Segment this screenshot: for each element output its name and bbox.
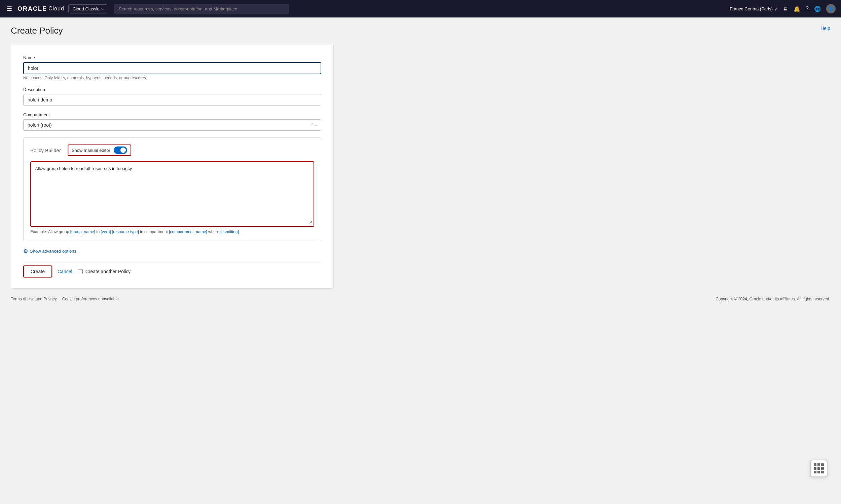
cloud-text: Cloud [49, 6, 64, 12]
grid-dot-9 [821, 471, 824, 473]
grid-dot-6 [821, 467, 824, 470]
compartment-select-wrapper: holori (root) [23, 119, 321, 131]
manual-editor-toggle[interactable] [114, 146, 127, 154]
grid-dot-1 [814, 463, 817, 466]
policy-example: Example: Allow group [group_name] to [ve… [30, 230, 314, 234]
action-row: Create Cancel Create another Policy [23, 263, 321, 277]
example-verb-link[interactable]: [verb] [101, 230, 111, 234]
top-navigation: ☰ ORACLE Cloud Cloud Classic › France Ce… [0, 0, 841, 17]
bell-icon[interactable]: 🔔 [793, 6, 800, 12]
create-another-label[interactable]: Create another Policy [85, 269, 131, 274]
create-policy-form: Name No spaces. Only letters, numerals, … [11, 44, 334, 289]
help-icon[interactable]: ? [806, 6, 809, 12]
compartment-label: Compartment [23, 112, 321, 117]
help-link[interactable]: Help [821, 25, 830, 31]
example-compartment-name-link[interactable]: [compartment_name] [169, 230, 207, 234]
example-group-name-link[interactable]: [group_name] [70, 230, 95, 234]
user-avatar[interactable]: 👤 [826, 4, 836, 14]
hamburger-menu-icon[interactable]: ☰ [5, 4, 14, 14]
description-input[interactable] [23, 94, 321, 106]
example-where: where [207, 230, 220, 234]
oracle-text: ORACLE [17, 5, 47, 13]
create-button[interactable]: Create [23, 266, 52, 277]
grid-dot-5 [818, 467, 820, 470]
main-content: Create Policy Help Name No spaces. Only … [0, 17, 841, 504]
grid-dot-2 [818, 463, 820, 466]
page-title: Create Policy [11, 25, 63, 36]
cancel-button[interactable]: Cancel [57, 269, 72, 274]
search-input[interactable] [114, 4, 289, 14]
grid-dot-7 [814, 471, 817, 473]
cloud-classic-button[interactable]: Cloud Classic › [68, 4, 107, 14]
policy-builder-header: Policy Builder Show manual editor [30, 144, 314, 156]
compartment-select[interactable]: holori (root) [23, 119, 321, 131]
policy-textarea[interactable] [32, 163, 312, 224]
cookie-text: Cookie preferences unavailable [62, 297, 119, 301]
page-footer: Terms of Use and Privacy Cookie preferen… [11, 297, 830, 301]
cloud-classic-arrow-icon: › [101, 6, 103, 12]
create-another-wrapper: Create another Policy [78, 269, 131, 274]
region-selector[interactable]: France Central (Paris) ∨ [730, 6, 777, 12]
advanced-options-label: Show advanced options [30, 249, 76, 254]
region-label: France Central (Paris) [730, 6, 773, 12]
compartment-group: Compartment holori (root) [23, 112, 321, 131]
grid-dot-3 [821, 463, 824, 466]
grid-dot-4 [814, 467, 817, 470]
grid-dot-8 [818, 471, 820, 473]
toggle-thumb [120, 147, 126, 153]
oracle-logo: ORACLE Cloud [17, 5, 64, 13]
help-grid-icon [814, 463, 824, 473]
advanced-options-link[interactable]: ⚙ Show advanced options [23, 248, 321, 254]
name-hint: No spaces. Only letters, numerals, hyphe… [23, 76, 321, 80]
topnav-right-section: France Central (Paris) ∨ 🖥 🔔 ? 🌐 👤 [730, 4, 836, 14]
footer-left: Terms of Use and Privacy Cookie preferen… [11, 297, 119, 301]
name-label: Name [23, 55, 321, 60]
policy-builder-section: Policy Builder Show manual editor Exampl… [23, 138, 321, 241]
create-another-checkbox[interactable] [78, 269, 83, 274]
region-chevron-icon: ∨ [774, 6, 777, 12]
policy-textarea-wrapper [30, 161, 314, 227]
policy-builder-title: Policy Builder [30, 147, 61, 153]
example-to: to [95, 230, 101, 234]
description-label: Description [23, 87, 321, 92]
page-header: Create Policy Help [11, 25, 830, 36]
terms-link[interactable]: Terms of Use and Privacy [11, 297, 57, 301]
manual-editor-toggle-section: Show manual editor [68, 144, 131, 156]
name-group: Name No spaces. Only letters, numerals, … [23, 55, 321, 80]
copyright-text: Copyright © 2024, Oracle and/or its affi… [716, 297, 830, 301]
example-text: Example: Allow group [30, 230, 70, 234]
name-input[interactable] [23, 62, 321, 74]
avatar-icon: 👤 [828, 6, 834, 12]
globe-icon[interactable]: 🌐 [814, 6, 821, 12]
search-container [114, 4, 289, 14]
manual-editor-label: Show manual editor [72, 148, 110, 153]
cloud-classic-label: Cloud Classic [73, 6, 99, 12]
example-in-compartment: in compartment [139, 230, 169, 234]
description-group: Description [23, 87, 321, 106]
monitor-icon[interactable]: 🖥 [783, 6, 788, 12]
advanced-options-icon: ⚙ [23, 248, 28, 254]
example-resource-type-link[interactable]: [resource-type] [112, 230, 139, 234]
floating-help-button[interactable] [810, 460, 827, 477]
example-condition-link[interactable]: [condition] [220, 230, 239, 234]
